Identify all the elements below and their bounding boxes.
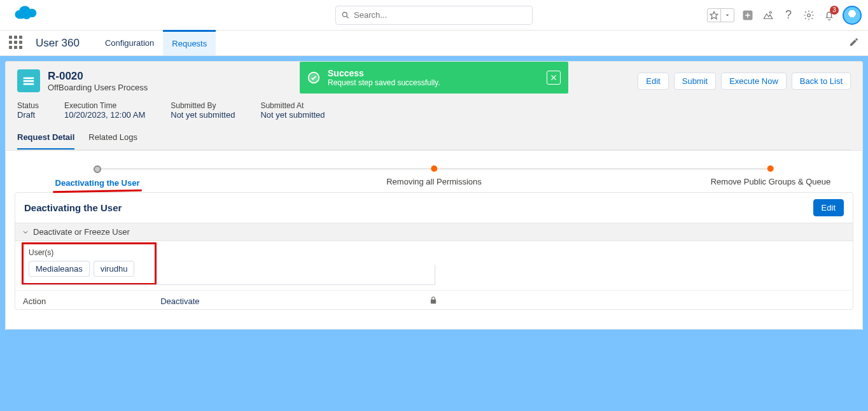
- search-icon: [341, 11, 350, 20]
- section-title: Deactivating the User: [24, 202, 122, 213]
- page-canvas: Success Request step saved successfully.…: [0, 56, 868, 411]
- meta-submitted-by: Submitted By Not yet submitted: [171, 101, 235, 120]
- toast-title: Success: [328, 68, 440, 78]
- header-utility-icons: ? 3: [707, 6, 862, 25]
- salesforce-cloud-logo: [6, 4, 41, 26]
- process-stepper: Deactivating the User Removing all Permi…: [97, 169, 771, 169]
- step-label: Remove Public Groups & Queue: [711, 177, 831, 186]
- step-remove-permissions[interactable]: Removing all Permissions: [386, 165, 482, 186]
- user-pill[interactable]: virudhu: [94, 261, 135, 277]
- chevron-down-icon[interactable]: [721, 8, 734, 22]
- record-heading: R-0020 OffBoarding Users Process: [48, 70, 148, 92]
- users-field-label: User(s): [29, 248, 150, 257]
- header-meta: Status Draft Execution Time 10/20/2023, …: [17, 101, 851, 126]
- app-name: User 360: [36, 37, 80, 50]
- global-search[interactable]: [335, 6, 533, 25]
- notification-badge: 3: [830, 6, 839, 15]
- page-header: Success Request step saved successfully.…: [5, 61, 863, 151]
- toast-text: Success Request step saved successfully.: [328, 68, 440, 87]
- meta-submitted-at: Submitted At Not yet submitted: [260, 101, 325, 120]
- tab-related-logs[interactable]: Related Logs: [88, 127, 137, 150]
- avatar[interactable]: [843, 6, 862, 25]
- users-pill-row: Medialeanas virudhu: [29, 261, 150, 277]
- meta-subby-value: Not yet submitted: [171, 110, 235, 120]
- step-dot-icon: [767, 165, 774, 172]
- svg-point-4: [769, 11, 771, 13]
- global-search-wrap: [335, 6, 533, 25]
- edit-button[interactable]: Edit: [638, 73, 668, 90]
- step-label: Deactivating the User: [55, 178, 140, 188]
- meta-status-value: Draft: [17, 110, 39, 120]
- app-launcher-icon[interactable]: [9, 36, 24, 51]
- users-field-block: User(s) Medialeanas virudhu: [15, 241, 853, 290]
- close-icon: [550, 74, 557, 81]
- notification-bell-icon[interactable]: 3: [822, 8, 836, 22]
- svg-point-5: [808, 13, 811, 17]
- step-remove-groups[interactable]: Remove Public Groups & Queue: [711, 165, 831, 186]
- nav-tab-requests[interactable]: Requests: [163, 30, 216, 55]
- user-pill[interactable]: Medialeanas: [29, 261, 90, 277]
- meta-exec-label: Execution Time: [64, 101, 145, 110]
- toast-close-button[interactable]: [547, 71, 561, 85]
- execute-now-button[interactable]: Execute Now: [721, 73, 787, 90]
- submit-button[interactable]: Submit: [674, 73, 716, 90]
- favorites-combo[interactable]: [707, 8, 734, 22]
- record-subtitle: OffBoarding Users Process: [48, 83, 148, 92]
- meta-status: Status Draft: [17, 101, 39, 120]
- step-dot-icon: [94, 165, 101, 173]
- edit-nav-icon[interactable]: [849, 37, 859, 49]
- svg-marker-2: [710, 11, 718, 19]
- step-label: Removing all Permissions: [386, 177, 482, 186]
- step-dot-icon: [431, 165, 437, 172]
- search-input[interactable]: [354, 10, 527, 20]
- meta-exec-value: 10/20/2023, 12:00 AM: [64, 110, 145, 120]
- nav-tab-configuration[interactable]: Configuration: [96, 31, 163, 56]
- gear-icon[interactable]: [802, 8, 816, 22]
- tab-request-detail[interactable]: Request Detail: [17, 127, 74, 150]
- main-card: Success Request step saved successfully.…: [5, 61, 863, 330]
- record-title: R-0020: [48, 70, 148, 83]
- svg-point-0: [342, 12, 347, 17]
- section-head: Deactivating the User Edit: [15, 193, 853, 223]
- plus-icon[interactable]: [741, 8, 755, 22]
- collapse-label: Deactivate or Freeze User: [33, 227, 130, 237]
- question-icon[interactable]: ?: [781, 8, 795, 22]
- meta-execution-time: Execution Time 10/20/2023, 12:00 AM: [64, 101, 145, 120]
- meta-status-label: Status: [17, 101, 39, 110]
- record-type-icon: [17, 69, 40, 92]
- meta-subat-label: Submitted At: [260, 101, 325, 110]
- action-value: Deactivate: [160, 296, 199, 306]
- toast-message: Request step saved successfully.: [328, 78, 440, 87]
- body-card: Deactivating the User Removing all Permi…: [5, 151, 863, 330]
- action-label: Action: [23, 296, 46, 306]
- section-edit-button[interactable]: Edit: [813, 199, 844, 216]
- context-nav: User 360 Configuration Requests: [0, 31, 868, 56]
- detail-tabs: Request Detail Related Logs: [17, 127, 851, 150]
- lock-icon: [429, 296, 438, 307]
- section-panel: Deactivating the User Edit Deactivate or…: [15, 192, 853, 310]
- action-row: Action Deactivate: [15, 290, 853, 309]
- chevron-down-icon: [22, 228, 29, 236]
- annotation-red-box: User(s) Medialeanas virudhu: [22, 242, 157, 285]
- collapse-toggle[interactable]: Deactivate or Freeze User: [15, 223, 853, 241]
- trailhead-icon[interactable]: [761, 8, 775, 22]
- step-deactivating[interactable]: Deactivating the User: [53, 165, 142, 192]
- meta-subat-value: Not yet submitted: [260, 110, 325, 120]
- svg-line-1: [347, 16, 349, 18]
- header-actions: Edit Submit Execute Now Back to List: [638, 73, 851, 90]
- star-icon[interactable]: [708, 8, 720, 22]
- success-toast: Success Request step saved successfully.: [300, 62, 568, 94]
- check-circle-icon: [307, 71, 320, 84]
- back-to-list-button[interactable]: Back to List: [792, 73, 851, 90]
- global-header: ? 3: [0, 0, 868, 31]
- meta-subby-label: Submitted By: [171, 101, 235, 110]
